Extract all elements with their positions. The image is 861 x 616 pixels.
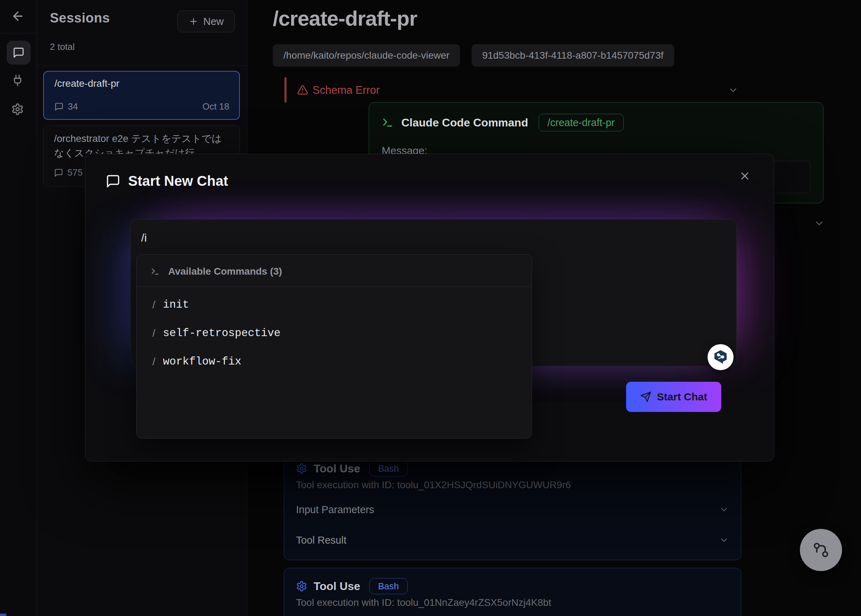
app-root: Sessions New 2 total /create-draft-pr 34… xyxy=(0,0,861,616)
back-button[interactable] xyxy=(11,8,26,24)
tool-use-header: Tool Use Bash xyxy=(296,460,408,476)
arrow-left-icon xyxy=(11,9,26,23)
git-pull-request-icon xyxy=(812,541,830,559)
command-panel-title: Claude Code Command xyxy=(401,116,528,129)
modal-title: Start New Chat xyxy=(128,173,228,189)
new-session-label: New xyxy=(203,16,224,27)
terminal-icon xyxy=(382,116,394,129)
plug-icon xyxy=(11,74,26,87)
warning-triangle-icon xyxy=(297,84,308,96)
tool-use-panel: Tool Use Bash Tool execution with ID: to… xyxy=(284,568,741,616)
session-message-count: 575 xyxy=(68,167,83,178)
session-message-count: 34 xyxy=(68,101,78,112)
autocomplete-list: / init / self-retrospective / workflow-f… xyxy=(137,291,532,376)
session-date: Oct 18 xyxy=(202,101,229,112)
terminal-icon xyxy=(151,267,160,276)
error-accent-bar xyxy=(284,77,286,102)
command-option-init[interactable]: / init xyxy=(137,291,532,319)
session-meta-badges: /home/kaito/repos/claude-code-viewer 91d… xyxy=(273,44,674,67)
command-panel-header: Claude Code Command /create-draft-pr xyxy=(382,114,624,131)
chevron-down-icon xyxy=(719,535,729,545)
chevron-down-icon[interactable] xyxy=(728,85,738,96)
gear-icon xyxy=(296,463,307,474)
command-prefix: / xyxy=(152,356,163,368)
git-overlay-button[interactable] xyxy=(800,529,842,571)
start-chat-label: Start Chat xyxy=(657,391,707,403)
tool-use-panel: Tool Use Bash Tool execution with ID: to… xyxy=(284,450,741,560)
sessions-total: 2 total xyxy=(50,41,75,52)
input-parameters-toggle[interactable]: Input Parameters xyxy=(296,502,729,517)
message-square-icon xyxy=(54,102,64,112)
tool-name-badge: Bash xyxy=(369,578,408,594)
chat-share-icon xyxy=(712,349,729,366)
ime-extension-badge[interactable] xyxy=(707,344,734,370)
tool-use-header: Tool Use Bash xyxy=(296,578,408,594)
project-path-badge: /home/kaito/repos/claude-code-viewer xyxy=(273,44,460,67)
command-name: workflow-fix xyxy=(163,355,241,368)
schema-error-row[interactable]: Schema Error xyxy=(284,77,737,102)
modal-header: Start New Chat xyxy=(106,173,228,189)
message-square-icon xyxy=(106,174,121,189)
autocomplete-divider xyxy=(137,286,532,287)
tool-use-title: Tool Use xyxy=(314,580,360,593)
nav-sessions-button[interactable] xyxy=(7,41,31,64)
icon-rail xyxy=(0,0,37,616)
schema-error-label: Schema Error xyxy=(313,84,380,97)
command-name: init xyxy=(163,299,189,311)
gear-icon xyxy=(296,580,307,592)
session-title: /create-draft-pr xyxy=(54,78,229,89)
nav-mcp-button[interactable] xyxy=(11,73,26,88)
message-square-icon xyxy=(13,47,25,59)
send-icon xyxy=(640,391,651,402)
command-name: self-retrospective xyxy=(163,327,281,339)
nav-settings-button[interactable] xyxy=(11,102,26,116)
tool-result-toggle[interactable]: Tool Result xyxy=(296,533,729,548)
rail-divider xyxy=(0,33,37,33)
chevron-down-icon[interactable] xyxy=(814,218,825,229)
plus-icon xyxy=(189,17,198,26)
sessions-divider xyxy=(37,65,247,66)
tool-use-title: Tool Use xyxy=(314,462,360,475)
command-autocomplete: Available Commands (3) / init / self-ret… xyxy=(136,254,532,438)
tool-execution-id: Tool execution with ID: toolu_01X2HSJQrd… xyxy=(296,479,571,490)
sessions-panel-title: Sessions xyxy=(50,11,110,26)
command-option-self-retrospective[interactable]: / self-retrospective xyxy=(137,319,532,347)
corner-accent xyxy=(0,614,6,616)
tool-name-badge: Bash xyxy=(369,460,408,476)
session-card-selected[interactable]: /create-draft-pr 34 Oct 18 xyxy=(43,71,240,120)
input-parameters-label: Input Parameters xyxy=(296,504,374,515)
gear-icon xyxy=(11,103,26,116)
page-title: /create-draft-pr xyxy=(273,6,417,31)
autocomplete-header: Available Commands (3) xyxy=(151,266,282,277)
close-button[interactable] xyxy=(739,168,754,184)
command-badge: /create-draft-pr xyxy=(539,114,624,131)
new-session-button[interactable]: New xyxy=(178,11,235,32)
close-icon xyxy=(739,170,754,182)
tool-result-label: Tool Result xyxy=(296,534,346,546)
command-prefix: / xyxy=(152,327,163,339)
autocomplete-header-label: Available Commands (3) xyxy=(168,266,282,277)
session-meta: 34 Oct 18 xyxy=(54,101,229,112)
session-id-badge: 91d53bcb-413f-4118-a807-b1457075d73f xyxy=(471,44,674,67)
command-option-workflow-fix[interactable]: / workflow-fix xyxy=(137,347,532,376)
chevron-down-icon xyxy=(719,504,729,514)
start-chat-button[interactable]: Start Chat xyxy=(626,382,721,412)
tool-execution-id: Tool execution with ID: toolu_01NnZaey4r… xyxy=(296,597,551,608)
message-square-icon xyxy=(54,168,63,178)
command-prefix: / xyxy=(152,299,163,311)
start-new-chat-modal: Start New Chat /i Available Commands (3)… xyxy=(85,154,774,462)
